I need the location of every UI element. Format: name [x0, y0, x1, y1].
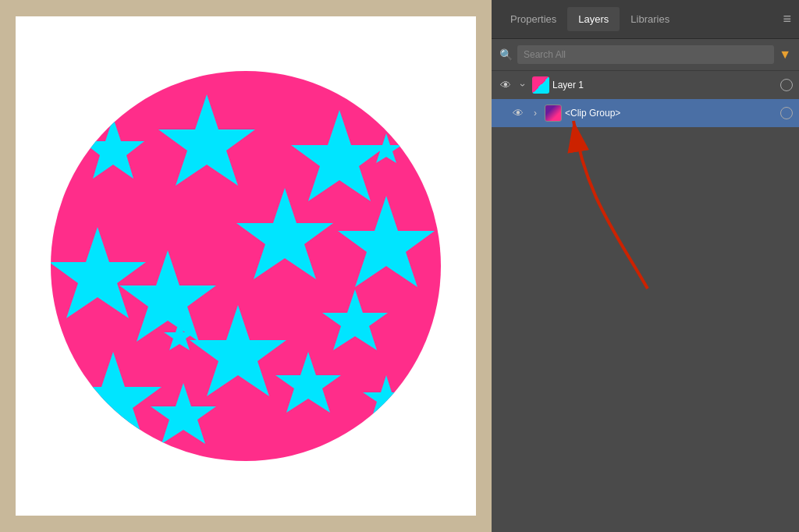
circle-art: [51, 71, 441, 461]
search-bar: 🔍 ▼: [492, 39, 799, 71]
layer-row-clip-group[interactable]: 👁 › <Clip Group>: [492, 99, 799, 127]
layer-circle-clip-group: [780, 107, 793, 119]
svg-marker-1: [158, 94, 255, 186]
svg-marker-8: [190, 305, 286, 396]
eye-icon-layer1[interactable]: 👁: [498, 79, 513, 91]
chevron-right-icon-clip-group[interactable]: ›: [529, 108, 542, 119]
filter-icon[interactable]: ▼: [779, 48, 791, 62]
canvas-white: [16, 16, 476, 516]
eye-icon-clip-group[interactable]: 👁: [510, 107, 526, 119]
svg-marker-3: [338, 196, 435, 287]
canvas-area: [0, 0, 492, 532]
layer-circle-layer1: [780, 79, 793, 91]
layers-list: 👁 › Layer 1 👁 › <Clip Group>: [492, 71, 799, 127]
svg-marker-9: [65, 352, 162, 443]
layer-row-layer1[interactable]: 👁 › Layer 1: [492, 71, 799, 99]
chevron-down-icon-layer1[interactable]: ›: [517, 79, 528, 91]
svg-marker-12: [363, 375, 410, 419]
layers-list-wrapper: 👁 › Layer 1 👁 › <Clip Group>: [492, 71, 799, 127]
svg-marker-2: [291, 110, 388, 201]
panel-tabs: Properties Layers Libraries ≡: [492, 0, 799, 39]
layer-thumb-clip-group: [545, 105, 562, 122]
search-icon: 🔍: [499, 48, 513, 61]
svg-marker-0: [82, 118, 144, 179]
svg-marker-11: [151, 383, 216, 444]
svg-marker-10: [275, 352, 341, 413]
right-panel: Properties Layers Libraries ≡ 🔍 ▼ 👁 › La…: [492, 0, 799, 532]
svg-marker-4: [51, 227, 146, 318]
layer-name-layer1: Layer 1: [552, 80, 777, 90]
tab-layers[interactable]: Layers: [567, 7, 620, 31]
svg-marker-14: [371, 133, 402, 163]
panel-menu-icon[interactable]: ≡: [783, 11, 791, 27]
tab-libraries[interactable]: Libraries: [620, 7, 680, 31]
tab-properties[interactable]: Properties: [499, 7, 567, 31]
svg-marker-7: [322, 289, 388, 350]
layer-name-clip-group: <Clip Group>: [565, 108, 777, 119]
layer-thumb-layer1: [532, 76, 549, 94]
svg-marker-5: [236, 188, 333, 279]
search-input[interactable]: [517, 45, 774, 64]
